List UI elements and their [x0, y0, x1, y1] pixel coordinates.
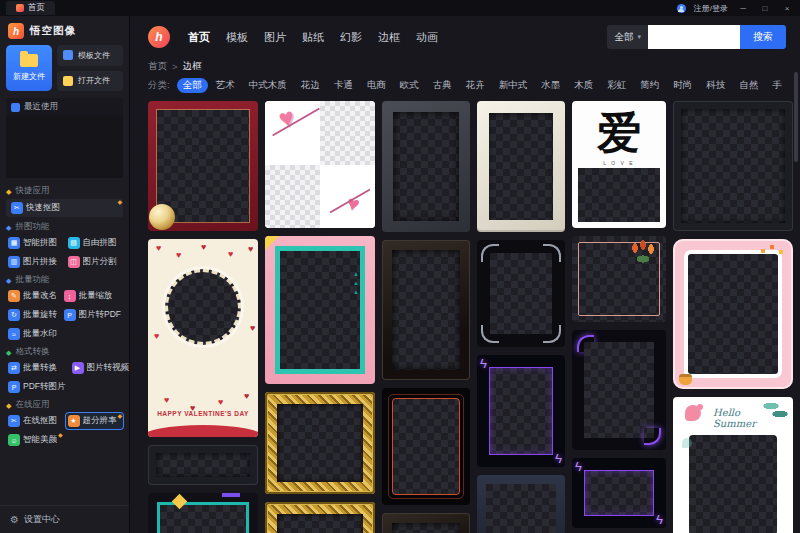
- frame-card-ivory[interactable]: [477, 101, 565, 232]
- filter-label: 分类:: [148, 79, 170, 92]
- tool-label: 智能拼图: [23, 237, 57, 249]
- frame-card-hearts[interactable]: [265, 101, 375, 228]
- sidebar-tool-图片分割[interactable]: ◫图片分割: [66, 254, 124, 270]
- frame-card-darkwood[interactable]: [382, 240, 470, 380]
- open-file-button[interactable]: 打开文件: [57, 71, 123, 92]
- frame-card-darkwood[interactable]: [382, 513, 470, 533]
- tool-icon: ▶: [72, 362, 84, 374]
- frame-card-baroque[interactable]: [265, 502, 375, 533]
- sidebar-tool-图片转视频[interactable]: ▶图片转视频: [70, 360, 130, 376]
- search-input[interactable]: [648, 25, 740, 49]
- frame-card-violet[interactable]: [572, 330, 666, 450]
- category-自然[interactable]: 自然: [733, 78, 764, 93]
- frame-card-lightning[interactable]: [572, 458, 666, 528]
- category-水墨[interactable]: 水墨: [535, 78, 566, 93]
- breadcrumb-home[interactable]: 首页: [148, 60, 167, 73]
- category-科技[interactable]: 科技: [700, 78, 731, 93]
- transparent-checker-area: [490, 253, 552, 334]
- frame-card-lightning[interactable]: [477, 355, 565, 467]
- maximize-button[interactable]: □: [758, 4, 772, 13]
- section-title-label: 在线应用: [15, 399, 49, 411]
- category-花卉[interactable]: 花卉: [460, 78, 491, 93]
- template-file-button[interactable]: 模板文件: [57, 45, 123, 66]
- nav-item-边框[interactable]: 边框: [378, 30, 400, 45]
- category-新中式[interactable]: 新中式: [493, 78, 534, 93]
- category-彩虹[interactable]: 彩虹: [601, 78, 632, 93]
- sidebar-tool-超分辨率[interactable]: ★超分辨率◆: [66, 413, 124, 429]
- frame-card-pinkscallop[interactable]: [673, 239, 793, 389]
- category-中式木质[interactable]: 中式木质: [243, 78, 293, 93]
- frame-card-valentine[interactable]: HAPPY VALENTINE'S DAY: [148, 239, 258, 437]
- new-file-button[interactable]: 新建文件: [6, 45, 52, 91]
- category-艺术[interactable]: 艺术: [210, 78, 241, 93]
- frame-card-slate[interactable]: [382, 101, 470, 232]
- tool-icon: ≈: [8, 328, 20, 340]
- sidebar-section: ◆在线应用✂在线抠图★超分辨率◆☺智能美颜◆: [6, 395, 123, 448]
- category-时尚[interactable]: 时尚: [667, 78, 698, 93]
- nav-item-图片[interactable]: 图片: [264, 30, 286, 45]
- minimize-button[interactable]: ─: [736, 4, 750, 13]
- nav-item-模板[interactable]: 模板: [226, 30, 248, 45]
- nav-item-动画[interactable]: 动画: [416, 30, 438, 45]
- sidebar-tool-图片拼接[interactable]: ▥图片拼接: [6, 254, 64, 270]
- window-tab-home[interactable]: 首页: [6, 1, 55, 15]
- settings-button[interactable]: ⚙ 设置中心: [0, 505, 129, 533]
- template-file-icon: [63, 50, 73, 60]
- frame-card-geo[interactable]: [265, 236, 375, 384]
- category-简约[interactable]: 简约: [634, 78, 665, 93]
- category-花边[interactable]: 花边: [295, 78, 326, 93]
- category-欧式[interactable]: 欧式: [394, 78, 425, 93]
- category-手绘[interactable]: 手绘: [766, 78, 782, 93]
- recent-used-tab[interactable]: 最近使用: [6, 98, 123, 116]
- nav-item-贴纸[interactable]: 贴纸: [302, 30, 324, 45]
- frame-card-redline[interactable]: [382, 388, 470, 505]
- search-button[interactable]: 搜索: [740, 25, 786, 49]
- tool-label: 图片拼接: [23, 256, 57, 268]
- category-卡通[interactable]: 卡通: [328, 78, 359, 93]
- search-filter-dropdown[interactable]: 全部 ▾: [607, 25, 648, 49]
- frame-card-darkplain[interactable]: [148, 445, 258, 485]
- sidebar-tool-图片转PDF[interactable]: P图片转PDF: [62, 307, 124, 323]
- category-全部[interactable]: 全部: [177, 78, 208, 93]
- tool-label: 智能美颜: [23, 434, 57, 446]
- nav-item-幻影[interactable]: 幻影: [340, 30, 362, 45]
- sidebar-tool-批量水印[interactable]: ≈批量水印: [6, 326, 60, 342]
- category-木质[interactable]: 木质: [568, 78, 599, 93]
- sidebar-tool-智能美颜[interactable]: ☺智能美颜◆: [6, 432, 64, 448]
- sidebar-tool-快速抠图[interactable]: ✂快速抠图◆: [6, 199, 123, 217]
- frame-card-bluegray[interactable]: [477, 475, 565, 533]
- frame-card-darkplain[interactable]: [673, 101, 793, 231]
- sidebar-tool-批量改名[interactable]: ✎批量改名: [6, 288, 60, 304]
- scrollbar[interactable]: [794, 72, 798, 527]
- sidebar-tool-批量旋转[interactable]: ↻批量旋转: [6, 307, 60, 323]
- section-icon: ◆: [6, 188, 11, 195]
- user-avatar-icon[interactable]: [677, 4, 686, 13]
- hearts-quadrant: [320, 165, 375, 229]
- sidebar-tool-智能拼图[interactable]: ▦智能拼图: [6, 235, 64, 251]
- sidebar-tool-批量转换[interactable]: ⇄批量转换: [6, 360, 68, 376]
- nav-item-首页[interactable]: 首页: [188, 30, 210, 45]
- frame-card-tealyellow[interactable]: [148, 493, 258, 533]
- login-register-link[interactable]: 注册/登录: [694, 3, 728, 14]
- file-buttons-column: 模板文件 打开文件: [57, 45, 123, 91]
- scrollbar-thumb[interactable]: [794, 72, 798, 162]
- frame-card-ornate[interactable]: [477, 240, 565, 347]
- settings-label: 设置中心: [24, 513, 60, 526]
- sidebar-tool-PDF转图片[interactable]: PPDF转图片: [6, 379, 68, 395]
- nav-menu: 首页模板图片贴纸幻影边框动画: [188, 30, 438, 45]
- sidebar-sections: ◆快捷应用✂快速抠图◆◆拼图功能▦智能拼图▧自由拼图▥图片拼接◫图片分割◆批量功…: [0, 178, 129, 505]
- frame-card-flamingo[interactable]: Hello Summer: [673, 397, 793, 533]
- premium-diamond-icon: ◆: [117, 198, 122, 205]
- sidebar-tool-在线抠图[interactable]: ✂在线抠图: [6, 413, 64, 429]
- category-电商[interactable]: 电商: [361, 78, 392, 93]
- frame-card-red[interactable]: [148, 101, 258, 231]
- sidebar-tool-批量缩放[interactable]: ↕批量缩放: [62, 288, 124, 304]
- category-古典[interactable]: 古典: [427, 78, 458, 93]
- frame-card-baroque[interactable]: [265, 392, 375, 494]
- sidebar: h 悟空图像 新建文件 模板文件 打开文件 最近使用: [0, 16, 130, 533]
- frame-card-tulip[interactable]: [572, 236, 666, 322]
- transparent-checker-area: [275, 246, 365, 374]
- sidebar-tool-自由拼图[interactable]: ▧自由拼图: [66, 235, 124, 251]
- frame-card-polaroid[interactable]: 爱L O V E: [572, 101, 666, 228]
- close-button[interactable]: ×: [780, 4, 794, 13]
